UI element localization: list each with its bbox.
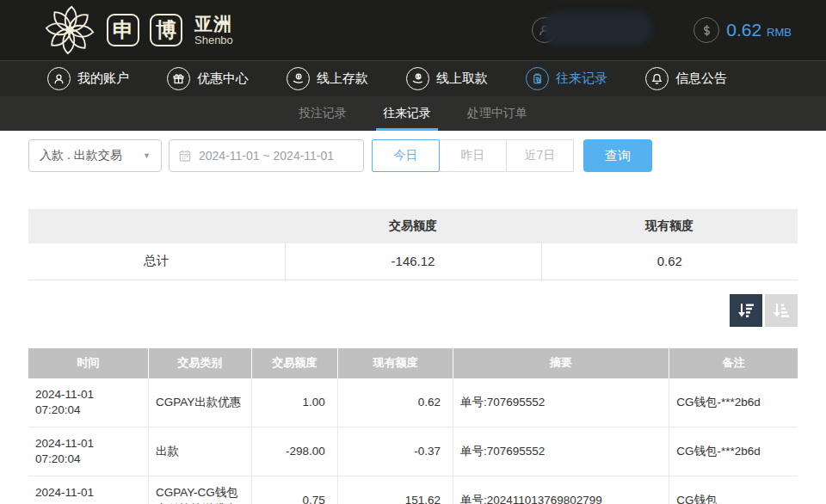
cell-summary: 单号:707695552 <box>453 427 669 476</box>
cell-time: 2024-11-01 07:20:04 <box>28 378 148 427</box>
calendar-icon <box>178 149 192 163</box>
summary-header-current-balance: 现有额度 <box>541 209 798 243</box>
chevron-down-icon: ▼ <box>143 151 151 160</box>
tab-pending-orders[interactable]: 处理中订单 <box>464 96 531 131</box>
cell-amount: 0.75 <box>251 476 337 504</box>
gift-icon <box>167 67 190 90</box>
top-header: 申 博 亚洲 Shenbo 0.62 RMB <box>0 0 826 60</box>
sort-ascending-icon <box>771 300 792 321</box>
col-time: 时间 <box>28 348 148 378</box>
nav-item-transaction-records[interactable]: 往来记录 <box>526 67 607 90</box>
balance-amount: 0.62 <box>726 20 761 40</box>
filter-row: 入款 . 出款交易 ▼ 2024-11-01 ~ 2024-11-01 今日 昨… <box>28 139 798 172</box>
transactions-table: 时间 交易类别 交易额度 现有额度 摘要 备注 2024-11-01 07:20… <box>28 348 798 504</box>
transaction-type-select[interactable]: 入款 . 出款交易 ▼ <box>28 139 162 172</box>
sort-descending-button[interactable] <box>730 294 762 327</box>
cell-balance: 0.62 <box>337 378 453 427</box>
logo-wordmark: 亚洲 Shenbo <box>194 15 233 46</box>
summary-transaction-amount: -146.12 <box>285 243 541 280</box>
nav-label: 线上取款 <box>436 71 488 87</box>
tab-transaction-records[interactable]: 往来记录 <box>379 96 435 131</box>
nav-item-promotions[interactable]: 优惠中心 <box>167 67 249 90</box>
col-amount: 交易额度 <box>251 348 337 378</box>
table-row: 2024-11-01 07:20:04 出款 -298.00 -0.37 单号:… <box>28 427 798 476</box>
user-icon <box>47 67 71 90</box>
nav-label: 我的账户 <box>77 71 129 87</box>
sort-descending-icon <box>736 300 756 321</box>
logo-char-box: 博 <box>150 14 182 46</box>
logo-char-box: 申 <box>107 14 139 46</box>
yesterday-button[interactable]: 昨日 <box>439 139 507 172</box>
cell-note: CG钱包 <box>669 476 798 504</box>
search-button[interactable]: 查询 <box>583 139 652 172</box>
transaction-type-value: 入款 . 出款交易 <box>40 148 122 163</box>
logo-subtitle: Shenbo <box>194 34 233 46</box>
bell-icon <box>645 67 669 90</box>
cell-note: CG钱包-***2b6d <box>669 378 798 427</box>
quick-date-buttons: 今日 昨日 近7日 <box>372 139 574 172</box>
cell-amount: 1.00 <box>251 378 337 427</box>
today-button[interactable]: 今日 <box>372 139 440 172</box>
nav-item-announcements[interactable]: 信息公告 <box>645 67 727 90</box>
balance-display[interactable]: 0.62 RMB <box>693 17 792 43</box>
redaction-blur <box>542 11 652 46</box>
date-range-value: 2024-11-01 ~ 2024-11-01 <box>199 149 334 163</box>
summary-total-row: 总计 -146.12 0.62 <box>28 243 798 280</box>
summary-total-label: 总计 <box>28 243 285 280</box>
main-nav: 我的账户 优惠中心 线上存款 线上取款 <box>0 60 826 96</box>
cell-balance: -0.37 <box>337 427 453 476</box>
deposit-hand-coin-icon <box>287 67 310 90</box>
summary-current-balance: 0.62 <box>541 243 798 280</box>
cell-time: 2024-11-01 07:05:31 <box>28 476 148 504</box>
cell-amount: -298.00 <box>251 427 337 476</box>
balance-currency: RMB <box>767 22 792 39</box>
date-range-picker[interactable]: 2024-11-01 ~ 2024-11-01 <box>169 139 364 172</box>
table-row: 2024-11-01 07:20:04 CGPAY出款优惠 1.00 0.62 … <box>28 378 798 427</box>
nav-label: 往来记录 <box>556 71 607 87</box>
nav-item-my-account[interactable]: 我的账户 <box>47 67 129 90</box>
summary-header-empty <box>28 209 285 243</box>
sub-nav: 投注记录 往来记录 处理中订单 <box>0 96 826 131</box>
dollar-circle-icon <box>693 17 719 43</box>
col-note: 备注 <box>669 348 798 378</box>
user-account-chip[interactable] <box>532 16 661 44</box>
table-header-row: 时间 交易类别 交易额度 现有额度 摘要 备注 <box>28 348 798 378</box>
nav-item-deposit[interactable]: 线上存款 <box>287 67 368 90</box>
flower-logo-icon <box>43 3 96 57</box>
cell-type: CGPAY出款优惠 <box>148 378 251 427</box>
cell-note: CG钱包-***2b6d <box>669 427 798 476</box>
table-row: 2024-11-01 07:05:31 CGPAY-CG钱包支付笔笔送优惠 0.… <box>28 476 798 504</box>
cell-time: 2024-11-01 07:20:04 <box>28 427 148 476</box>
tab-betting-records[interactable]: 投注记录 <box>295 96 350 131</box>
col-summary: 摘要 <box>453 348 669 378</box>
cell-balance: 151.62 <box>337 476 453 504</box>
cell-summary: 单号:707695552 <box>453 378 669 427</box>
nav-label: 线上存款 <box>317 71 368 87</box>
logo-region-text: 亚洲 <box>194 15 233 33</box>
sort-controls <box>28 294 798 327</box>
withdraw-hand-coin-icon <box>406 67 429 90</box>
cell-type: CGPAY-CG钱包支付笔笔送优惠 <box>148 476 251 504</box>
col-type: 交易类别 <box>148 348 251 378</box>
last-7-days-button[interactable]: 近7日 <box>506 139 574 172</box>
sort-ascending-button[interactable] <box>765 294 798 327</box>
records-clipboard-icon <box>526 67 549 90</box>
cell-type: 出款 <box>148 427 251 476</box>
cell-summary: 单号:202411013769802799 <box>453 476 669 504</box>
brand-logo[interactable]: 申 博 亚洲 Shenbo <box>43 3 233 57</box>
nav-item-withdraw[interactable]: 线上取款 <box>406 67 488 90</box>
summary-table: 交易额度 现有额度 总计 -146.12 0.62 <box>28 209 798 280</box>
nav-label: 优惠中心 <box>197 71 249 87</box>
summary-header-transaction-amount: 交易额度 <box>285 209 541 243</box>
nav-label: 信息公告 <box>675 71 727 87</box>
col-balance: 现有额度 <box>337 348 453 378</box>
